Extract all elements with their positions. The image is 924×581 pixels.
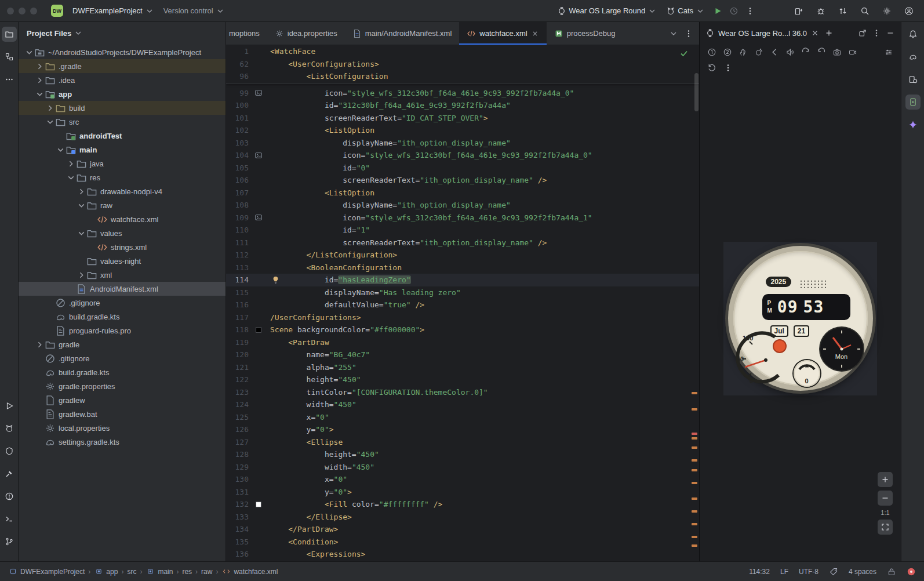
caret-position[interactable]: 114:32 xyxy=(749,568,770,576)
device-rec-button[interactable] xyxy=(847,47,858,57)
code-line-129[interactable]: 129width="450" xyxy=(226,461,699,474)
zoom-fit-button[interactable] xyxy=(878,520,893,535)
device-kebab-button[interactable] xyxy=(723,63,733,73)
close-tab-icon[interactable] xyxy=(531,30,539,38)
code-line-132[interactable]: 132<Fill color="#ffffffff" /> xyxy=(226,498,699,511)
code-line-114[interactable]: 114id="hasLeadingZero" xyxy=(226,274,699,286)
tree-item-java[interactable]: java xyxy=(19,157,225,170)
panel-options-button[interactable] xyxy=(872,28,881,38)
stripe-mark[interactable] xyxy=(692,482,697,484)
stripe-mark[interactable] xyxy=(692,523,697,525)
breadcrumb-res[interactable]: res xyxy=(182,568,192,576)
code-line-127[interactable]: 127<Ellipse xyxy=(226,436,699,449)
zoom-in-button[interactable] xyxy=(878,472,893,487)
indent-indicator[interactable]: 4 spaces xyxy=(849,568,876,576)
code-line-134[interactable]: 134</PartDraw> xyxy=(226,523,699,536)
chevron-down-icon[interactable] xyxy=(77,201,86,210)
tool-button-logcat[interactable] xyxy=(2,421,17,436)
tree-item-gradle[interactable]: .gradle xyxy=(19,59,225,73)
tree-item-gitignore[interactable]: .gitignore xyxy=(19,296,225,310)
breadcrumb-src[interactable]: src xyxy=(127,568,136,576)
code-line-99[interactable]: 99icon="style_wfs_312c30bf_f64a_461e_9c9… xyxy=(226,87,699,100)
code-line-104[interactable]: 104icon="style_wfs_312c30bf_f64a_461e_9c… xyxy=(226,149,699,162)
code-editor[interactable]: 1<WatchFace62<UserConfigurations>96<List… xyxy=(226,45,699,561)
close-device-tab-icon[interactable] xyxy=(810,28,820,38)
code-line-117[interactable]: 117/UserConfigurations> xyxy=(226,311,699,324)
code-line-136[interactable]: 136<Expressions> xyxy=(226,548,699,561)
editor-scrollbar[interactable] xyxy=(694,73,699,111)
intention-bulb-icon[interactable] xyxy=(271,275,280,284)
device-audio-button[interactable] xyxy=(785,47,795,57)
project-widget[interactable]: DWFExampleProject xyxy=(68,4,159,18)
line-separator-indicator[interactable]: LF xyxy=(780,568,788,576)
tree-item-watchface-xml[interactable]: watchface.xml xyxy=(19,212,225,226)
breadcrumb-app[interactable]: app xyxy=(94,567,118,576)
version-control-widget[interactable]: Version control xyxy=(159,4,230,18)
device-tilt-button[interactable] xyxy=(754,47,764,57)
code-line-100[interactable]: 100id="312c30bf_f64a_461e_9c93_992f2fb7a… xyxy=(226,99,699,112)
settings-button[interactable] xyxy=(879,3,895,19)
tree-item-androidtest[interactable]: androidTest xyxy=(19,129,225,143)
stripe-mark[interactable] xyxy=(692,459,697,462)
tool-button-running-devices[interactable] xyxy=(905,95,921,110)
lock-icon[interactable] xyxy=(887,567,896,576)
tree-item-build[interactable]: build xyxy=(19,101,225,115)
code-line-103[interactable]: 103displayName="ith_option_display_name" xyxy=(226,137,699,150)
stripe-mark[interactable] xyxy=(692,510,697,513)
tool-button-gemini[interactable] xyxy=(905,117,921,132)
code-line-120[interactable]: 120name="BG_40c7" xyxy=(226,348,699,361)
code-line-135[interactable]: 135<Condition> xyxy=(226,536,699,549)
account-button[interactable] xyxy=(901,3,917,19)
tree-item-main[interactable]: main xyxy=(19,143,225,157)
chevron-down-icon[interactable] xyxy=(45,117,55,127)
tree-item-values[interactable]: values xyxy=(19,226,225,240)
tree-item-src[interactable]: src xyxy=(19,115,225,129)
chevron-down-icon[interactable] xyxy=(56,145,66,155)
code-line-111[interactable]: 111screenReaderText="ith_option_display_… xyxy=(226,237,699,249)
macos-zoom-button[interactable] xyxy=(30,8,37,14)
image-preview-icon[interactable] xyxy=(254,213,263,222)
tree-item-app[interactable]: app xyxy=(19,87,225,101)
code-line-107[interactable]: 107<ListOption xyxy=(226,187,699,199)
tool-button-notifications[interactable] xyxy=(905,27,921,42)
tool-button-build[interactable] xyxy=(2,466,17,481)
tab-main-androidmanifest-xml[interactable]: main/AndroidManifest.xml xyxy=(345,22,460,45)
tool-button-problems[interactable] xyxy=(2,489,17,504)
device-reset-button[interactable] xyxy=(707,63,717,73)
open-in-window-button[interactable] xyxy=(858,28,867,38)
code-line-131[interactable]: 131y="0"> xyxy=(226,486,699,499)
run-configuration-selector[interactable]: Cats xyxy=(661,4,710,18)
notification-error-badge[interactable] xyxy=(907,567,916,576)
tree-item-gradlew-bat[interactable]: gradlew.bat xyxy=(19,407,225,421)
more-run-actions-button[interactable] xyxy=(742,3,758,19)
tool-button-project[interactable] xyxy=(2,27,17,42)
code-line-121[interactable]: 121alpha="255" xyxy=(226,361,699,374)
zoom-out-button[interactable] xyxy=(878,491,893,506)
tab-idea-properties[interactable]: idea.properties xyxy=(267,22,345,45)
stripe-mark[interactable] xyxy=(692,408,697,411)
running-device-tab[interactable]: Wear OS Large Ro...l 36.0 xyxy=(705,28,820,38)
stripe-mark[interactable] xyxy=(692,536,697,538)
tab-watchface-xml[interactable]: watchface.xml xyxy=(459,22,546,45)
chevron-right-icon[interactable] xyxy=(66,159,76,169)
inspection-status[interactable] xyxy=(679,49,689,60)
stripe-mark[interactable] xyxy=(692,437,697,440)
stripe-mark[interactable] xyxy=(692,433,697,435)
encoding-indicator[interactable]: UTF-8 xyxy=(799,568,818,576)
tree-item-build-gradle-kts[interactable]: build.gradle.kts xyxy=(19,365,225,379)
stripe-mark[interactable] xyxy=(692,498,697,500)
code-line-105[interactable]: 105id="0" xyxy=(226,162,699,175)
code-line-110[interactable]: 110id="1" xyxy=(226,224,699,237)
profiler-button[interactable] xyxy=(726,3,742,19)
tool-button-structure[interactable] xyxy=(2,49,17,64)
device-selector[interactable]: Wear OS Large Round xyxy=(552,4,661,18)
search-everywhere-button[interactable] xyxy=(857,3,873,19)
code-line-128[interactable]: 128height="450" xyxy=(226,448,699,461)
chevron-down-icon[interactable] xyxy=(24,48,34,57)
device-rotr-button[interactable] xyxy=(816,47,827,57)
stripe-mark[interactable] xyxy=(692,392,697,394)
tab-list-chevron-icon[interactable] xyxy=(669,29,678,38)
run-button[interactable] xyxy=(710,3,726,19)
stripe-mark[interactable] xyxy=(692,446,697,449)
code-line-108[interactable]: 108displayName="ith_option_display_name" xyxy=(226,199,699,212)
